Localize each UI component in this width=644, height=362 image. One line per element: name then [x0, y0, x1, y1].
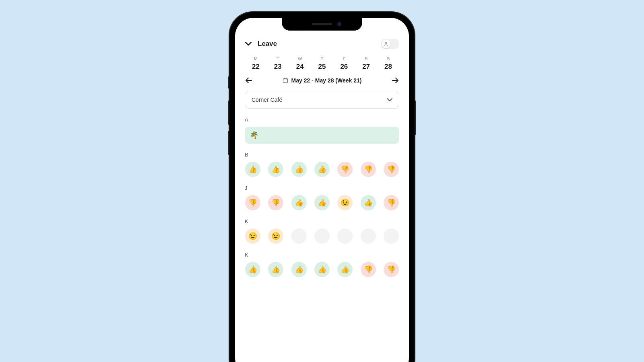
status-cell-up[interactable]: 👍: [291, 195, 307, 210]
status-cell-down[interactable]: 👎: [337, 162, 353, 177]
status-cell-up[interactable]: 👍: [361, 195, 376, 210]
chevron-down-icon: [387, 98, 392, 101]
day-label: M: [245, 56, 267, 61]
user-icon: [384, 41, 388, 46]
status-cell-down[interactable]: 👎: [361, 262, 376, 277]
status-cell-maybe[interactable]: 😉: [268, 228, 283, 244]
dropdown-toggle[interactable]: [245, 40, 252, 47]
person-section: K👍👍👍👍👍👎👎: [245, 252, 399, 277]
status-cell-up[interactable]: 👍: [314, 195, 330, 210]
section-label: A: [245, 117, 399, 123]
status-cell-up[interactable]: 👍: [268, 262, 283, 277]
svg-point-0: [385, 42, 387, 44]
day-column[interactable]: M22: [245, 56, 267, 71]
day-column[interactable]: T25: [311, 56, 333, 71]
day-label: T: [267, 56, 289, 61]
week-navigation: May 22 - May 28 (Week 21): [245, 76, 399, 84]
svg-rect-1: [283, 79, 287, 83]
day-number: 27: [355, 63, 377, 71]
leave-bar[interactable]: 🌴: [245, 127, 399, 144]
status-cell-empty[interactable]: [384, 228, 399, 244]
user-toggle[interactable]: [381, 39, 399, 49]
person-section: K😉😉: [245, 218, 399, 244]
status-cell-down[interactable]: 👎: [361, 162, 376, 177]
section-label: J: [245, 185, 399, 191]
day-number: 26: [333, 63, 355, 71]
status-cell-down[interactable]: 👎: [384, 195, 399, 210]
status-cell-down[interactable]: 👎: [268, 195, 283, 210]
day-column[interactable]: S28: [377, 56, 399, 71]
phone-screen: Leave M22T23W24T25F26S27S28: [235, 18, 409, 362]
header: Leave: [245, 39, 399, 49]
status-cell-down[interactable]: 👎: [384, 262, 399, 277]
day-number: 25: [311, 63, 333, 71]
status-row: 👎👎👍👍😉👍👎: [245, 195, 399, 210]
section-label: B: [245, 152, 399, 158]
arrow-left-icon: [246, 78, 252, 83]
status-cell-empty[interactable]: [361, 228, 376, 244]
status-cell-down[interactable]: 👎: [245, 195, 260, 210]
status-cell-up[interactable]: 👍: [291, 162, 307, 177]
day-label: T: [311, 56, 333, 61]
status-cell-up[interactable]: 👍: [314, 162, 330, 177]
day-number: 24: [289, 63, 311, 71]
section-label: K: [245, 252, 399, 258]
calendar-icon: [283, 78, 288, 83]
arrow-right-icon: [392, 78, 398, 83]
status-cell-empty[interactable]: [291, 228, 307, 244]
status-cell-up[interactable]: 👍: [314, 262, 330, 277]
day-column[interactable]: W24: [289, 56, 311, 71]
status-cell-empty[interactable]: [337, 228, 353, 244]
day-number: 23: [267, 63, 289, 71]
day-number: 22: [245, 63, 267, 71]
status-row: 😉😉: [245, 228, 399, 244]
status-row: 👍👍👍👍👍👎👎: [245, 262, 399, 277]
palm-tree-icon: 🌴: [250, 131, 258, 140]
section-label: K: [245, 218, 399, 224]
status-cell-up[interactable]: 👍: [245, 262, 260, 277]
phone-notch: [282, 18, 362, 31]
day-label: S: [377, 56, 399, 61]
day-label: S: [355, 56, 377, 61]
status-cell-maybe[interactable]: 😉: [245, 228, 260, 244]
status-row: 👍👍👍👍👎👎👎: [245, 162, 399, 177]
day-number: 28: [377, 63, 399, 71]
person-section: J👎👎👍👍😉👍👎: [245, 185, 399, 210]
person-section: B👍👍👍👍👎👎👎: [245, 152, 399, 177]
day-column[interactable]: S27: [355, 56, 377, 71]
chevron-down-icon: [245, 42, 252, 46]
day-column[interactable]: T23: [267, 56, 289, 71]
phone-frame: Leave M22T23W24T25F26S27S28: [229, 12, 415, 362]
prev-week-button[interactable]: [245, 76, 253, 84]
status-cell-empty[interactable]: [314, 228, 330, 244]
status-cell-down[interactable]: 👎: [384, 162, 399, 177]
status-cell-up[interactable]: 👍: [337, 262, 353, 277]
page-title: Leave: [258, 40, 277, 48]
person-section: A🌴: [245, 117, 399, 144]
week-range-label: May 22 - May 28 (Week 21): [291, 77, 362, 84]
status-cell-up[interactable]: 👍: [291, 262, 307, 277]
location-select[interactable]: Corner Café: [245, 91, 399, 109]
day-label: W: [289, 56, 311, 61]
status-cell-up[interactable]: 👍: [245, 162, 260, 177]
next-week-button[interactable]: [391, 76, 399, 84]
week-days-row: M22T23W24T25F26S27S28: [245, 56, 399, 71]
day-column[interactable]: F26: [333, 56, 355, 71]
day-label: F: [333, 56, 355, 61]
status-cell-maybe[interactable]: 😉: [337, 195, 353, 210]
location-selected-text: Corner Café: [252, 97, 282, 103]
status-cell-up[interactable]: 👍: [268, 162, 283, 177]
